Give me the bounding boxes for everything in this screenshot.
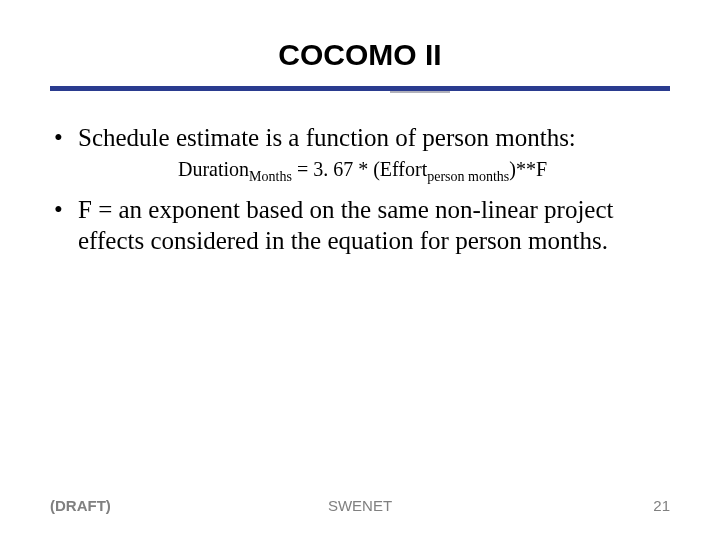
- slide-footer: SWENET (DRAFT) 21: [50, 497, 670, 514]
- title-underline: [50, 86, 670, 94]
- list-item: F = an exponent based on the same non-li…: [50, 194, 670, 257]
- formula-line: DurationMonths = 3. 67 * (Effortperson m…: [178, 157, 670, 186]
- bullet-list: Schedule estimate is a function of perso…: [50, 122, 670, 256]
- slide-title: COCOMO II: [50, 38, 670, 72]
- formula-tail: )**F: [509, 158, 547, 180]
- formula-rhs-sub: person months: [427, 169, 509, 184]
- bullet-text: Schedule estimate is a function of perso…: [78, 124, 576, 151]
- list-item: Schedule estimate is a function of perso…: [50, 122, 670, 186]
- formula-lhs-sub: Months: [249, 169, 292, 184]
- formula-lhs-base: Duration: [178, 158, 249, 180]
- footer-center: SWENET: [50, 497, 670, 514]
- bullet-text: F = an exponent based on the same non-li…: [78, 196, 613, 254]
- formula-eq-const: = 3. 67 * (Effort: [292, 158, 427, 180]
